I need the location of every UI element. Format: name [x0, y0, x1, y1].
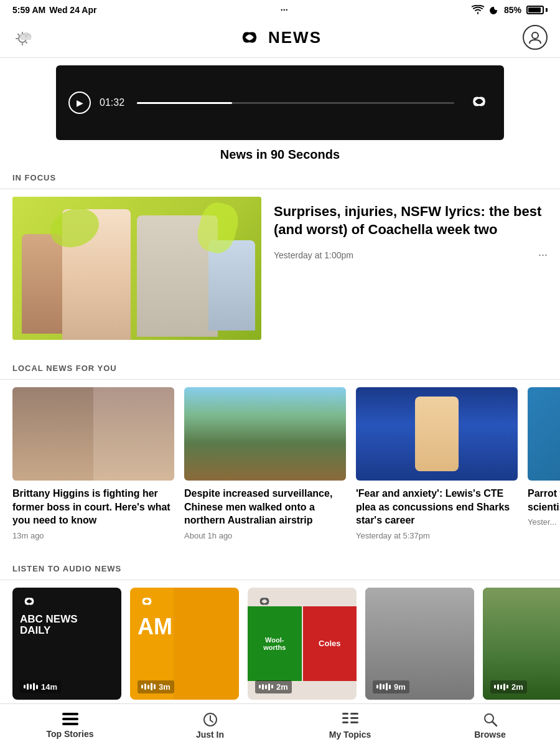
status-time: 5:59 AM: [12, 5, 45, 15]
waveform-icon-0: [24, 683, 38, 690]
svg-rect-34: [62, 713, 78, 715]
news-card-title-3: Parrot trafficking in Australia: scienti…: [528, 487, 560, 514]
news-card-title-0: Brittany Higgins is fighting her former …: [12, 487, 174, 527]
nav-browse[interactable]: Browse: [420, 712, 560, 740]
audio-duration-4: 2m: [490, 680, 527, 693]
svg-rect-42: [342, 717, 348, 719]
news-card-image-3: [528, 387, 560, 481]
bottom-navigation: Top Stories Just In My Topics Browse: [0, 703, 560, 747]
status-indicators: 85%: [472, 5, 548, 15]
svg-rect-11: [21, 37, 31, 40]
profile-icon[interactable]: [523, 25, 548, 50]
news-card-0[interactable]: Brittany Higgins is fighting her former …: [12, 387, 174, 540]
video-section: ▶ 01:32 News in 90 Seconds: [0, 58, 560, 162]
audio-card-0[interactable]: ABC NEWSDAILY 14m: [12, 588, 121, 700]
audio-abc-icon-0: [20, 595, 39, 610]
nav-just-in-label: Just In: [196, 730, 224, 740]
svg-point-17: [472, 96, 485, 108]
audio-duration-2: 2m: [255, 680, 292, 693]
svg-line-6: [26, 42, 27, 43]
news-card-time-3: Yester...: [528, 517, 560, 527]
news-card-2[interactable]: 'Fear and anxiety': Lewis's CTE plea as …: [356, 387, 518, 540]
waveform-icon-1: [141, 683, 156, 690]
status-dots: ···: [281, 5, 288, 15]
svg-rect-36: [62, 723, 78, 725]
moon-icon: [489, 5, 499, 15]
news-card-title-1: Despite increased surveillance, Chinese …: [184, 487, 346, 527]
more-options-button[interactable]: ···: [538, 248, 548, 261]
audio-duration-3: 9m: [373, 680, 409, 693]
nav-just-in[interactable]: Just In: [140, 712, 280, 740]
local-news-scroll[interactable]: Brittany Higgins is fighting her former …: [0, 387, 560, 553]
status-date: Wed 24 Apr: [49, 5, 96, 15]
in-focus-content: Surprises, injuries, NSFW lyrics: the be…: [274, 197, 548, 340]
video-duration: 01:32: [100, 97, 124, 108]
audio-duration-1: 3m: [138, 680, 174, 693]
weather-icon[interactable]: [12, 26, 35, 49]
waveform-icon-4: [494, 684, 508, 690]
audio-abc-icon-1: [138, 595, 156, 610]
in-focus-article[interactable]: Surprises, injuries, NSFW lyrics: the be…: [0, 197, 560, 352]
news-card-title-2: 'Fear and anxiety': Lewis's CTE plea as …: [356, 487, 518, 527]
svg-point-18: [474, 98, 485, 105]
video-abc-logo: [467, 93, 492, 113]
audio-card-title-0: ABC NEWSDAILY: [20, 614, 78, 637]
nav-my-topics-label: My Topics: [329, 730, 371, 740]
audio-news-section-header: LISTEN TO AUDIO NEWS: [0, 553, 560, 580]
svg-rect-35: [62, 718, 78, 720]
browse-icon: [483, 712, 498, 727]
svg-rect-43: [350, 717, 358, 719]
svg-rect-44: [342, 721, 348, 723]
svg-line-47: [492, 721, 497, 726]
just-in-icon: [203, 712, 218, 727]
svg-line-39: [210, 720, 213, 722]
local-news-section-header: LOCAL NEWS FOR YOU: [0, 352, 560, 380]
in-focus-timestamp: Yesterday at 1:00pm: [274, 250, 353, 260]
my-topics-icon: [342, 712, 358, 727]
news-card-3[interactable]: Parrot trafficking in Australia: scienti…: [528, 387, 560, 540]
status-bar: 5:59 AM Wed 24 Apr ··· 85%: [0, 0, 560, 20]
news-card-1[interactable]: Despite increased surveillance, Chinese …: [184, 387, 346, 540]
in-focus-meta: Yesterday at 1:00pm ···: [274, 248, 548, 261]
in-focus-title: Surprises, injuries, NSFW lyrics: the be…: [274, 203, 548, 238]
battery-percent: 85%: [504, 5, 521, 15]
svg-point-15: [532, 32, 538, 39]
battery-icon: [526, 6, 548, 14]
audio-duration-0: 14m: [20, 680, 61, 693]
nav-browse-label: Browse: [474, 730, 506, 740]
video-player[interactable]: ▶ 01:32: [56, 65, 504, 140]
audio-card-3[interactable]: 9m: [365, 588, 474, 700]
app-logo: NEWS: [236, 28, 322, 47]
abc-logo-icon: [236, 28, 263, 47]
in-focus-section-header: IN FOCUS: [0, 162, 560, 189]
video-progress[interactable]: [137, 102, 454, 104]
nav-my-topics[interactable]: My Topics: [280, 712, 420, 740]
video-title: News in 90 Seconds: [0, 140, 560, 162]
play-button[interactable]: ▶: [68, 92, 91, 114]
app-header: NEWS: [0, 20, 560, 58]
news-card-time-2: Yesterday at 5:37pm: [356, 531, 518, 540]
news-card-image-2: [356, 387, 518, 481]
status-time-date: 5:59 AM Wed 24 Apr: [12, 5, 96, 15]
wifi-icon: [472, 5, 484, 15]
audio-card-4[interactable]: 2m: [483, 588, 560, 700]
news-card-image-1: [184, 387, 346, 481]
audio-card-title-1: AM: [138, 616, 172, 638]
svg-rect-41: [350, 713, 358, 715]
svg-line-5: [18, 34, 19, 35]
top-stories-icon: [62, 713, 78, 726]
audio-card-1[interactable]: AM 3m: [130, 588, 239, 700]
audio-card-2[interactable]: Wool-worths Coles 2m: [248, 588, 357, 700]
news-card-time-1: About 1h ago: [184, 531, 346, 540]
nav-top-stories[interactable]: Top Stories: [0, 713, 140, 739]
svg-rect-40: [342, 713, 348, 715]
svg-rect-45: [350, 721, 358, 723]
waveform-icon-3: [376, 683, 391, 690]
app-name: NEWS: [268, 28, 322, 47]
audio-news-scroll[interactable]: ABC NEWSDAILY 14m AM 3m: [0, 588, 560, 715]
news-card-time-0: 13m ago: [12, 531, 174, 540]
in-focus-image: [12, 197, 261, 340]
waveform-icon-2: [259, 684, 273, 690]
news-card-image-0: [12, 387, 174, 481]
nav-top-stories-label: Top Stories: [47, 729, 94, 739]
